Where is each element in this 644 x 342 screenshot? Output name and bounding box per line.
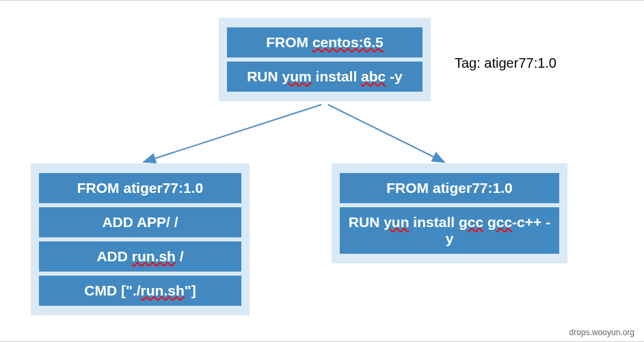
line-text-squiggle: run.sh (141, 282, 185, 298)
line-text-squiggle: centos:6.5 (312, 34, 384, 50)
top-dockerfile-box: FROM centos:6.5 RUN yum install abc -y (219, 18, 431, 101)
line-text-squiggle: yum (282, 68, 312, 84)
line-text: "] (185, 282, 196, 298)
line-text: RUN (349, 214, 384, 230)
line-text: FROM atiger77:1.0 (77, 180, 203, 196)
dockerfile-line: FROM atiger77:1.0 (39, 173, 241, 203)
arrow-to-left (144, 105, 321, 162)
line-text-squiggle: run.sh (132, 248, 176, 264)
line-text-squiggle: yun (384, 214, 409, 230)
dockerfile-line: FROM centos:6.5 (227, 27, 422, 57)
dockerfile-line: ADD APP/ / (39, 207, 241, 237)
line-text: / (176, 248, 184, 264)
tag-label: Tag: atiger77:1.0 (455, 55, 556, 71)
line-text: CMD ["./ (84, 282, 140, 298)
line-text-squiggle: gcc (487, 214, 512, 230)
line-text-squiggle: abc (361, 68, 386, 84)
line-text: FROM (266, 34, 312, 50)
line-text: RUN (247, 68, 282, 84)
dockerfile-line: FROM atiger77:1.0 (340, 173, 559, 203)
left-dockerfile-box: FROM atiger77:1.0 ADD APP/ / ADD run.sh … (31, 163, 250, 315)
dockerfile-line: RUN yun install gcc gcc-c++ -y (340, 207, 559, 254)
dockerfile-line: RUN yum install abc -y (227, 62, 422, 92)
right-dockerfile-box: FROM atiger77:1.0 RUN yun install gcc gc… (332, 163, 567, 263)
watermark: drops.wooyun.org (569, 328, 634, 337)
line-text: install (312, 68, 361, 84)
dockerfile-line: ADD run.sh / (39, 241, 241, 272)
line-text: ADD APP/ / (102, 214, 178, 230)
dockerfile-line: CMD ["./run.sh"] (39, 276, 241, 306)
line-text: ADD (96, 248, 131, 264)
line-text: FROM atiger77:1.0 (386, 180, 512, 196)
line-text: install (410, 214, 459, 230)
arrow-to-right (328, 105, 444, 162)
line-text-squiggle: gcc (459, 214, 483, 230)
line-text: -y (386, 68, 403, 84)
